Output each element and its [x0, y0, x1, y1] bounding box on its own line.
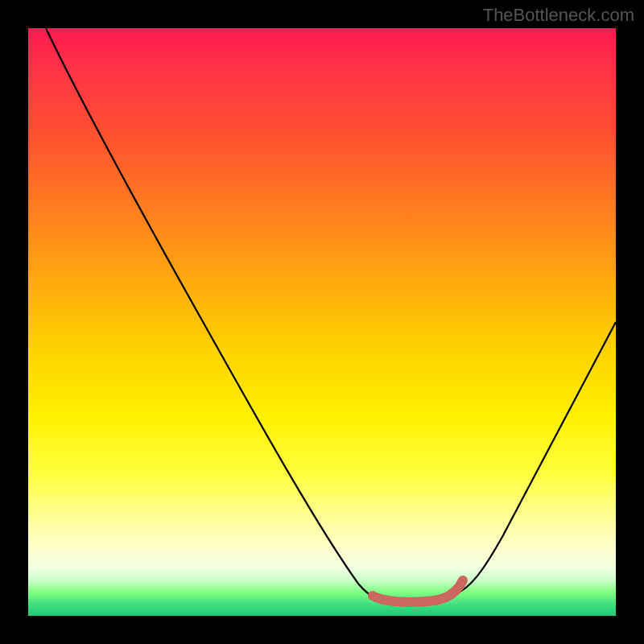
watermark-text: TheBottleneck.com — [483, 5, 634, 26]
chart-svg — [28, 28, 616, 616]
plot-area — [28, 28, 616, 616]
optimal-range-marker-path — [376, 580, 463, 602]
bottleneck-curve-path — [46, 28, 616, 601]
